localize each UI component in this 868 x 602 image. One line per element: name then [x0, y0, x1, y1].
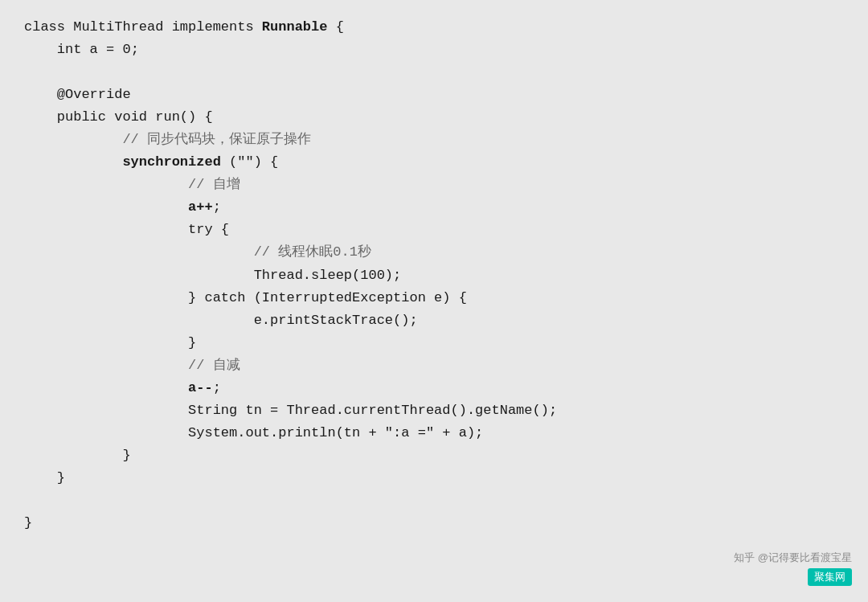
code-token [24, 154, 122, 170]
code-token [24, 109, 57, 125]
code-token: { [213, 222, 229, 237]
code-line: public void run() { [24, 106, 844, 129]
code-line: // 自增 [24, 174, 844, 196]
watermark-site-text: 聚集网 [808, 568, 852, 586]
code-line: } [24, 467, 844, 489]
code-token [24, 199, 188, 215]
code-line: } catch (InterruptedException e) { [24, 287, 844, 309]
code-token [24, 358, 188, 373]
code-token [106, 109, 114, 125]
code-line: } [24, 332, 844, 354]
code-line: @Override [24, 84, 844, 106]
code-line: a++; [24, 196, 844, 219]
code-token: } [24, 470, 65, 485]
code-token: // 自减 [188, 358, 240, 373]
code-token: Thread.sleep(100); [24, 268, 401, 283]
code-token: // 自增 [188, 177, 240, 192]
code-line [24, 61, 844, 84]
code-token: { [327, 19, 343, 35]
code-line: // 线程休眠0.1秒 [24, 241, 844, 264]
code-token: try [188, 222, 213, 237]
code-token: // 线程休眠0.1秒 [254, 244, 371, 260]
code-token [24, 42, 57, 57]
code-token: System.out.println(tn + ":a =" + a); [24, 425, 483, 440]
code-token: } [24, 335, 196, 350]
watermark: 知乎 @记得要比看渡宝星 聚集网 [734, 551, 852, 586]
code-token: (InterruptedException e) { [245, 290, 466, 305]
code-line [24, 489, 844, 512]
code-token: public [57, 109, 106, 125]
code-token [24, 380, 188, 395]
code-token: String tn = Thread.currentThread().getNa… [24, 403, 557, 418]
code-token: MultiThread [73, 19, 171, 35]
code-line: synchronized ("") { [24, 151, 844, 174]
code-token: synchronized [122, 154, 220, 170]
code-token: a++ [188, 199, 213, 215]
code-token [24, 222, 188, 237]
code-token: ("") { [221, 154, 278, 170]
code-token: @Override [24, 87, 131, 102]
watermark-zhihu-text: 知乎 @记得要比看渡宝星 [734, 551, 852, 565]
code-line: } [24, 512, 844, 534]
code-token: a-- [188, 380, 213, 395]
code-line: String tn = Thread.currentThread().getNa… [24, 399, 844, 422]
code-token: } [24, 448, 131, 463]
code-line: a--; [24, 377, 844, 399]
code-token: int [57, 42, 82, 57]
code-line: class MultiThread implements Runnable { [24, 16, 844, 39]
code-token: ; [213, 380, 221, 395]
code-token [24, 244, 254, 260]
code-line: // 自减 [24, 354, 844, 377]
code-token: } [24, 290, 204, 305]
code-token: void [114, 109, 147, 125]
code-line: int a = 0; [24, 39, 844, 61]
code-token: catch [204, 290, 245, 305]
code-token: e.printStackTrace(); [24, 313, 418, 328]
code-token [24, 132, 122, 147]
code-token: ; [213, 199, 221, 215]
code-line: // 同步代码块，保证原子操作 [24, 129, 844, 151]
code-container: class MultiThread implements Runnable { … [0, 0, 868, 602]
code-token: implements [172, 19, 262, 35]
code-line: System.out.println(tn + ":a =" + a); [24, 422, 844, 444]
code-token: a = 0; [81, 42, 138, 57]
code-line: Thread.sleep(100); [24, 264, 844, 287]
code-line: e.printStackTrace(); [24, 309, 844, 332]
code-token [24, 177, 188, 192]
code-token: // 同步代码块，保证原子操作 [122, 132, 311, 147]
code-block: class MultiThread implements Runnable { … [24, 16, 844, 534]
code-token: Runnable [262, 19, 328, 35]
code-token: class [24, 19, 73, 35]
code-line: } [24, 444, 844, 467]
code-token: run() { [147, 109, 213, 125]
code-token: } [24, 515, 32, 530]
code-line: try { [24, 219, 844, 241]
